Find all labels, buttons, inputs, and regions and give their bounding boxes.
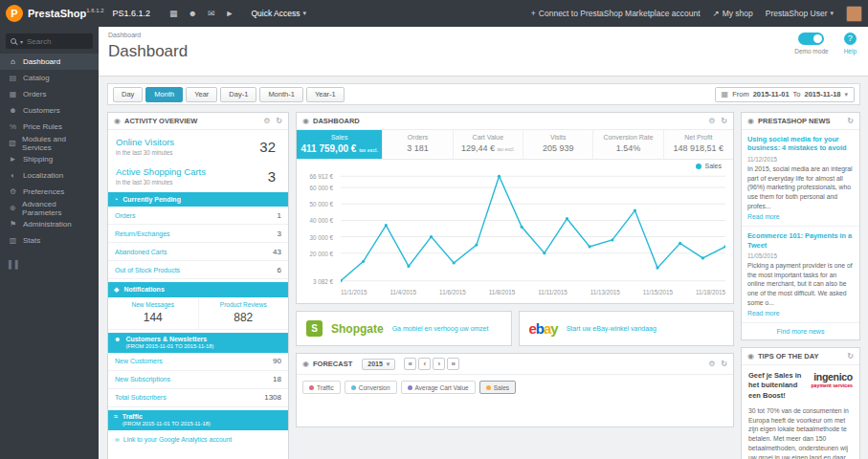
help-control[interactable]: ? Help [844, 33, 857, 55]
pending-returns-link[interactable]: Return/Exchanges [115, 230, 170, 237]
new-messages-cell[interactable]: New Messages 144 [108, 297, 199, 329]
kpi-conversion-rate[interactable]: Conversion Rate 1.54% [593, 130, 663, 159]
x-tick-label: 11/8/2015 [489, 289, 516, 295]
sidebar-item-shipping[interactable]: ►Shipping [0, 151, 99, 167]
sidebar-item-localization[interactable]: ◐Localization [0, 167, 99, 184]
avatar[interactable] [846, 6, 862, 22]
x-tick-label: 11/15/2015 [643, 289, 673, 295]
out-of-stock-link[interactable]: Out of Stock Products [115, 267, 180, 273]
new-subscriptions-link[interactable]: New Subscriptions [115, 376, 170, 382]
search-input[interactable] [27, 37, 82, 46]
filter-month-button[interactable]: Month [145, 87, 183, 102]
y-axis-labels: 66 912 €60 000 €50 000 €40 000 €30 000 €… [297, 171, 339, 286]
y-tick-label: 3 082 € [313, 278, 333, 285]
filter-day-1-button[interactable]: Day-1 [220, 87, 256, 102]
shop-name: PS1.6.1.2 [113, 9, 151, 18]
kpi-net-profit[interactable]: Net Profit 148 918,51 € [664, 130, 733, 159]
forecast-legend-traffic[interactable]: Traffic [302, 381, 341, 394]
google-analytics-link[interactable]: ∞ Link to your Google Analytics account [108, 430, 288, 448]
panel-refresh-icon[interactable]: ↻ [721, 360, 727, 368]
forecast-next-button[interactable]: › [433, 358, 445, 370]
sidebar-item-advanced-parameters[interactable]: ⊕Advanced Parameters [0, 200, 99, 216]
marketplace-connect-link[interactable]: + Connect to PrestaShop Marketplace acco… [531, 9, 701, 18]
kpi-sales[interactable]: Sales 411 759,00 € tax excl. [297, 130, 383, 159]
sidebar-item-administration[interactable]: ⚑Administration [0, 216, 99, 232]
news-article-excerpt: In 2015, social media are an integral pa… [747, 164, 854, 210]
messages-notification-icon[interactable]: ✉ [208, 9, 215, 18]
filter-day-button[interactable]: Day [113, 87, 143, 102]
forecast-year-select[interactable]: 2015 ▾ [362, 359, 395, 370]
panel-refresh-icon[interactable]: ↻ [847, 117, 854, 125]
x-tick-label: 11/18/2015 [696, 289, 725, 295]
pending-orders-link[interactable]: Orders [115, 212, 135, 219]
sidebar-item-stats[interactable]: ▥Stats [0, 232, 99, 249]
panel-settings-icon[interactable]: ⚙ [708, 360, 715, 368]
active-carts-link[interactable]: Active Shopping Carts [116, 166, 280, 177]
abandoned-carts-link[interactable]: Abandoned Carts [115, 249, 167, 255]
forecast-legend-conversion[interactable]: Conversion [345, 381, 397, 394]
new-customers-link[interactable]: New Customers [115, 358, 163, 364]
ebay-link[interactable]: Start uw eBay-winkel vandaag [567, 324, 657, 333]
shopgate-link[interactable]: Ga mobiel en verhoog uw omzet [392, 324, 489, 333]
search-scope-caret-icon[interactable]: ▾ [20, 38, 23, 45]
customers-notification-icon[interactable]: ☻ [189, 9, 197, 18]
news-article-title[interactable]: Ecommerce 101: Payments in a Tweet [747, 231, 854, 250]
find-more-news-link[interactable]: Find more news [742, 323, 859, 339]
filter-year-1-button[interactable]: Year-1 [306, 87, 345, 102]
panel-refresh-icon[interactable]: ↻ [847, 352, 854, 361]
quick-access-menu[interactable]: Quick Access ▾ [252, 9, 307, 18]
orders-notification-icon[interactable]: ▦ [169, 9, 178, 18]
filter-month-1-button[interactable]: Month-1 [259, 87, 303, 102]
panel-refresh-icon[interactable]: ↻ [721, 117, 727, 125]
currently-pending-title: Currently Pending [122, 196, 181, 203]
sidebar-item-orders[interactable]: ▦Orders [0, 86, 99, 102]
my-shop-label: My shop [723, 9, 753, 18]
kpi-visits[interactable]: Visits 205 939 [523, 130, 593, 159]
sidebar-item-price-rules[interactable]: %Price Rules [0, 119, 99, 135]
forecast-legend-label: Traffic [317, 384, 334, 391]
my-shop-link[interactable]: ↗ My shop [713, 9, 753, 18]
topbar-notification-icons: ▦ ☻ ✉ ► [169, 9, 234, 18]
forecast-prev-button[interactable]: ‹ [418, 358, 431, 370]
user-menu[interactable]: PrestaShop User ▾ [766, 9, 834, 18]
date-range-picker[interactable]: ▦ From 2015-11-01 To 2015-11-18 ▾ [715, 87, 855, 102]
legend-dot-icon [486, 385, 491, 390]
sidebar-item-modules[interactable]: ▧Modules and Services [0, 135, 99, 151]
sidebar-item-label: Shipping [23, 155, 53, 164]
total-subscribers-link[interactable]: Total Subscribers [115, 394, 167, 401]
filter-year-button[interactable]: Year [186, 87, 217, 102]
sidebar-item-preferences[interactable]: ⚙Preferences [0, 184, 99, 200]
forecast-legend-sales[interactable]: Sales [479, 381, 516, 394]
y-tick-label: 66 912 € [309, 173, 333, 180]
brand-block[interactable]: P PrestaShop1.6.1.2 PS1.6.1.2 [0, 5, 156, 22]
kpi-value: 3 181 [385, 143, 450, 153]
price-rules-icon: % [9, 122, 17, 131]
notifications-title: Notifications [123, 286, 164, 293]
panel-refresh-icon[interactable]: ↻ [276, 117, 282, 125]
sidebar-item-dashboard[interactable]: ⌂Dashboard [0, 54, 99, 70]
kpi-cart-value[interactable]: Cart Value 129,44 € tax excl. [454, 130, 523, 159]
product-reviews-value: 882 [199, 311, 289, 324]
forecast-first-button[interactable]: « [404, 358, 416, 370]
sidebar-item-customers[interactable]: ☻Customers [0, 102, 99, 119]
forecast-last-button[interactable]: » [447, 358, 459, 370]
ingenico-wordmark: ingenico [811, 371, 853, 382]
online-visitors-link[interactable]: Online Visitors [116, 137, 280, 147]
toggle-knob [813, 34, 822, 43]
product-reviews-cell[interactable]: Product Reviews 882 [199, 297, 289, 329]
panel-settings-icon[interactable]: ⚙ [708, 117, 715, 125]
stats-icon: ▥ [9, 236, 17, 245]
x-axis-labels: 11/1/201511/4/201511/6/201511/8/201511/1… [341, 289, 725, 299]
forecast-legend-average-cart-value[interactable]: Average Cart Value [401, 381, 476, 394]
kpi-orders[interactable]: Orders 3 181 [383, 130, 453, 159]
read-more-link[interactable]: Read more [747, 310, 854, 317]
panel-settings-icon[interactable]: ⚙ [263, 117, 270, 125]
customers-newsletters-header: ☻ Customers & Newsletters (FROM 2015-11-… [108, 333, 288, 353]
news-article-title[interactable]: Using social media for your business: 4 … [747, 135, 854, 153]
demo-mode-toggle[interactable] [798, 33, 824, 45]
read-more-link[interactable]: Read more [747, 213, 854, 220]
sidebar-item-catalog[interactable]: ▤Catalog [0, 70, 99, 86]
expertise-icon[interactable]: ► [226, 9, 234, 18]
kpi-label: Conversion Rate [595, 134, 660, 141]
sidebar-collapse-control[interactable]: ▌▌ [0, 260, 99, 269]
